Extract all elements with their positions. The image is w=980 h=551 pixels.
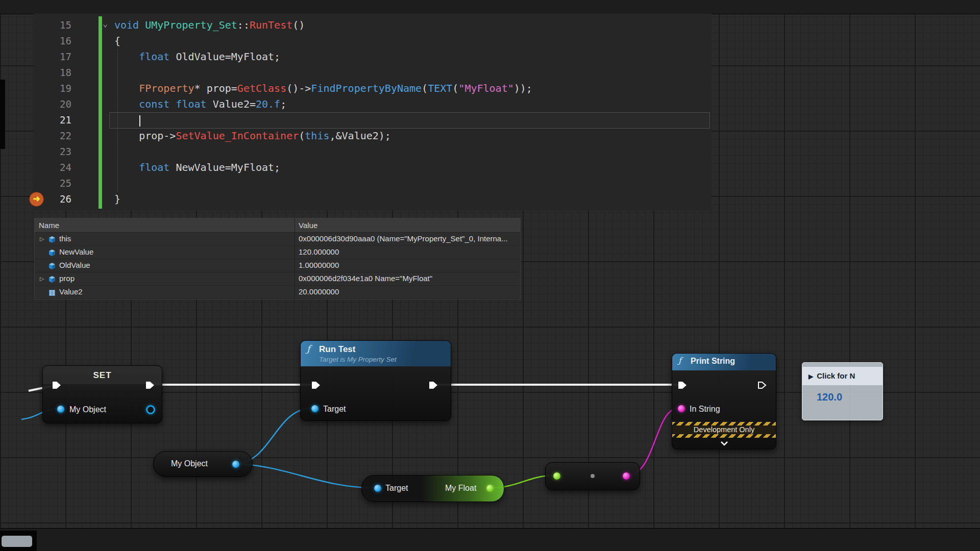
in-string-input-pin[interactable]	[678, 405, 685, 412]
code-token: ()->	[286, 82, 311, 94]
code-token: OldValue=MyFloat;	[169, 51, 280, 63]
line-number: 16	[34, 33, 71, 49]
target-input-pin[interactable]	[311, 405, 318, 412]
exec-in-pin[interactable]	[52, 381, 62, 390]
watch-row[interactable]: ▷this0x000006d30d90aaa0 (Name="MyPropert…	[35, 232, 520, 246]
line-number: 23	[34, 144, 71, 160]
line-number: 22	[34, 128, 71, 144]
code-token: (	[299, 130, 305, 142]
code-line: 23	[34, 144, 712, 160]
top-band	[0, 0, 980, 14]
watch-row[interactable]: ▷prop0x000006d2f034e1a0 Name="MyFloat"	[35, 272, 520, 286]
run-test-node[interactable]: ƒ Run Test Target is My Property Set Tar…	[300, 340, 451, 421]
code-editor[interactable]: 15⌄void UMyProperty_Set::RunTest()16{17 …	[34, 14, 712, 210]
execution-pointer-icon[interactable]: ➜	[29, 192, 44, 207]
watch-panel[interactable]: Name Value ▷this0x000006d30d90aaa0 (Name…	[34, 218, 521, 299]
watch-row[interactable]: Value220.0000000	[35, 285, 520, 299]
line-number: 25	[34, 176, 71, 191]
exec-in-pin[interactable]	[311, 381, 321, 390]
my-float-label: My Float	[445, 484, 476, 493]
conversion-input-pin[interactable]	[553, 472, 560, 480]
expand-chevron-icon[interactable]	[672, 439, 776, 448]
code-token	[114, 114, 139, 126]
watch-row[interactable]: NewValue120.000000	[35, 245, 520, 259]
code-line: 16{	[34, 33, 712, 49]
code-token	[114, 161, 139, 173]
variable-name: OldValue	[59, 259, 90, 272]
code-token: 20.f	[256, 98, 280, 110]
code-line: 15⌄void UMyProperty_Set::RunTest()	[34, 17, 712, 33]
code-token: GetClass	[237, 82, 286, 94]
target-input-label: Target	[323, 405, 346, 414]
function-icon: ƒ	[678, 356, 681, 365]
in-string-input-label: In String	[690, 405, 720, 414]
expand-triangle-icon[interactable]: ▷	[40, 272, 44, 285]
exec-out-pin[interactable]	[145, 381, 155, 390]
run-test-header: ƒ Run Test Target is My Property Set	[301, 341, 451, 366]
my-float-output-pin[interactable]	[486, 485, 494, 492]
line-number: 24	[34, 160, 71, 176]
code-token: TEXT	[428, 82, 452, 94]
exec-out-pin[interactable]	[428, 381, 438, 390]
set-node-title: SET	[43, 370, 162, 381]
variable-name: NewValue	[59, 245, 93, 259]
print-string-title: Print String	[691, 357, 735, 366]
variable-name: Value2	[59, 285, 83, 298]
my-object-input-label: My Object	[69, 405, 106, 414]
line-number: 20	[34, 96, 71, 112]
code-token: float	[139, 161, 169, 173]
exec-in-pin[interactable]	[677, 381, 688, 390]
code-token: ));	[514, 82, 532, 94]
target-input-pin[interactable]	[374, 485, 381, 492]
my-object-getter-node[interactable]: My Object	[153, 451, 253, 477]
code-token: "MyFloat"	[458, 82, 513, 94]
code-token: ()	[292, 19, 305, 31]
text-caret	[139, 115, 140, 127]
code-line: 21	[34, 112, 712, 128]
expand-triangle-icon[interactable]: ▷	[40, 232, 44, 245]
debug-value-bubble[interactable]: ▶Click for N 120.0	[802, 362, 883, 420]
variable-value: 120.000000	[299, 245, 518, 259]
column-header-value: Value	[299, 218, 317, 232]
my-float-getter-node[interactable]: Target My Float	[361, 475, 504, 502]
line-number: 21	[34, 112, 71, 128]
blueprint-canvas[interactable]: SET My Object ƒ Run Test Target is My Pr…	[0, 0, 980, 551]
my-object-input-pin[interactable]	[57, 406, 64, 413]
run-test-subtitle: Target is My Property Set	[319, 356, 397, 363]
code-token: * prop=	[194, 82, 237, 94]
code-line: 18	[34, 65, 712, 81]
watch-header: Name Value	[35, 218, 520, 233]
code-token: const	[139, 98, 169, 110]
code-token: (	[452, 82, 458, 94]
conversion-output-pin[interactable]	[623, 472, 630, 480]
my-object-label: My Object	[171, 459, 208, 468]
line-number: 19	[34, 81, 71, 96]
my-object-output-pin[interactable]	[232, 461, 239, 468]
set-node[interactable]: SET My Object	[42, 365, 162, 423]
print-string-node[interactable]: ƒ Print String In String Development Onl…	[672, 353, 776, 449]
code-token: ::	[237, 19, 250, 31]
fold-chevron-icon[interactable]: ⌄	[103, 16, 108, 32]
variable-value: 0x000006d2f034e1a0 Name="MyFloat"	[299, 272, 518, 285]
variable-value: 0x000006d30d90aaa0 (Name="MyProperty_Set…	[299, 232, 518, 245]
code-token: NewValue=MyFloat;	[169, 161, 280, 173]
my-object-output-pin[interactable]	[146, 405, 155, 414]
development-only-text: Development Only	[672, 425, 776, 434]
code-token	[114, 51, 139, 63]
cube-variable-icon	[48, 248, 56, 256]
code-token: FProperty	[139, 82, 194, 94]
play-icon: ▶	[808, 373, 813, 380]
watch-row[interactable]: OldValue1.00000000	[35, 259, 520, 272]
float-to-string-conversion-node[interactable]	[545, 462, 640, 490]
code-token	[114, 98, 139, 110]
cube-variable-icon	[48, 261, 56, 269]
print-string-header: ƒ Print String	[672, 354, 776, 370]
code-token: this	[305, 130, 329, 142]
cube-variable-icon	[48, 235, 56, 243]
bubble-header[interactable]: ▶Click for N	[802, 367, 883, 385]
conversion-dot-icon	[591, 474, 595, 478]
code-line: 17 float OldValue=MyFloat;	[34, 49, 712, 65]
sheet-variable-icon	[48, 288, 56, 296]
exec-out-pin[interactable]	[757, 381, 767, 390]
horizontal-scrollbar-thumb[interactable]	[2, 536, 32, 547]
